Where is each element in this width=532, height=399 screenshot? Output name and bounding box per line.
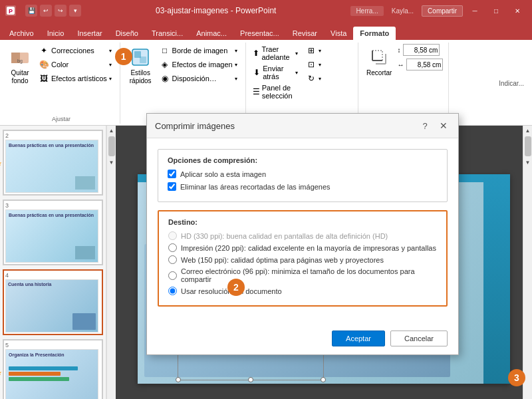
destination-section: Destino: HD (330 ppi): buena calidad en … (158, 210, 448, 307)
web-label: Web (150 ppi): calidad óptima para págin… (181, 256, 384, 264)
dialog-help-button[interactable]: ? (418, 119, 432, 132)
eliminate-cropped-label: Eliminar las áreas recortadas de las imá… (180, 183, 331, 191)
dialog-title: Comprimir imágenes (155, 121, 235, 131)
dialog-footer: Aceptar Cancelar (147, 325, 458, 354)
impresion-option-row: Impresión (220 ppi): calidad excelente e… (168, 243, 437, 252)
web-option-row: Web (150 ppi): calidad óptima para págin… (168, 255, 437, 264)
eliminate-cropped-checkbox[interactable] (168, 182, 176, 191)
eliminate-cropped-row: Eliminar las áreas recortadas de las imá… (168, 182, 438, 191)
usar-option-row: Usar resolución del documento (168, 287, 437, 295)
dialog-overlay: Comprimir imágenes ? ✕ Opciones de compr… (0, 0, 532, 399)
hd-radio[interactable] (168, 231, 177, 240)
dialog-close-button[interactable]: ✕ (437, 119, 450, 132)
correo-option-row: Correo electrónico (96 ppi): minimiza el… (168, 267, 437, 283)
dialog-body: Opciones de compresión: Aplicar solo a e… (147, 138, 458, 325)
hd-option-row: HD (330 ppi): buena calidad en pantallas… (168, 231, 437, 240)
destination-section-title: Destino: (168, 218, 437, 226)
apply-only-checkbox[interactable] (168, 170, 176, 178)
comprimir-dialog: Comprimir imágenes ? ✕ Opciones de compr… (146, 113, 459, 355)
compression-section: Opciones de compresión: Aplicar solo a e… (158, 149, 448, 202)
step1-badge: 1 (115, 48, 132, 65)
correo-label: Correo electrónico (96 ppi): minimiza el… (181, 267, 437, 283)
accept-button[interactable]: Aceptar (332, 331, 385, 346)
hd-label: HD (330 ppi): buena calidad en pantallas… (181, 232, 388, 240)
impresion-radio[interactable] (168, 243, 177, 252)
correo-radio[interactable] (168, 271, 177, 280)
impresion-label: Impresión (220 ppi): calidad excelente e… (181, 244, 436, 252)
step3-badge: 3 (508, 369, 525, 386)
usar-radio[interactable] (168, 287, 177, 295)
cancel-button[interactable]: Cancelar (390, 331, 448, 346)
step2-badge: 2 (227, 279, 245, 296)
apply-only-row: Aplicar solo a esta imagen (168, 170, 438, 178)
compression-section-title: Opciones de compresión: (168, 156, 438, 164)
dialog-title-bar: Comprimir imágenes ? ✕ (147, 114, 458, 138)
dialog-title-buttons: ? ✕ (418, 119, 450, 132)
web-radio[interactable] (168, 255, 177, 264)
apply-only-label: Aplicar solo a esta imagen (180, 170, 266, 178)
